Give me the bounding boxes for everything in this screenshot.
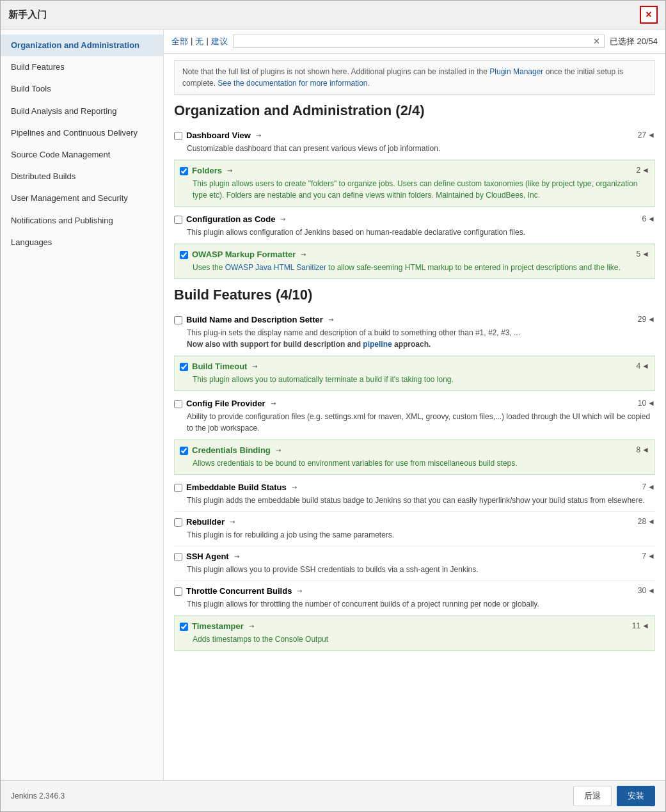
search-box: ✕ bbox=[233, 35, 605, 48]
plugin-owasp-markup: OWASP Markup Formatter ↗ 5 ◄ Uses the OW… bbox=[174, 244, 655, 279]
main-window: 新手入门 × Organization and Administration B… bbox=[0, 0, 666, 812]
plugin-count-dashboard-view: 27 ◄ bbox=[638, 131, 655, 139]
notice-box: Note that the full list of plugins is no… bbox=[174, 60, 655, 95]
sidebar-item-build-features[interactable]: Build Features bbox=[1, 56, 163, 78]
plugin-count-config-as-code: 6 ◄ bbox=[642, 214, 655, 223]
plugin-name-config-file-provider: Config File Provider bbox=[186, 399, 266, 408]
checkbox-throttle-concurrent[interactable] bbox=[174, 587, 182, 596]
plugin-count-ssh-agent: 7 ◄ bbox=[642, 552, 655, 561]
plugin-dashboard-view: Dashboard View ↗ 27 ◄ Customizable dashb… bbox=[174, 125, 655, 160]
filter-none[interactable]: 无 bbox=[195, 36, 203, 47]
checkbox-config-file-provider[interactable] bbox=[174, 400, 182, 408]
checkbox-embeddable-build-status[interactable] bbox=[174, 484, 182, 492]
checkbox-owasp-markup[interactable] bbox=[180, 251, 188, 259]
plugin-rebuilder: Rebuilder ↗ 28 ◄ This plugin is for rebu… bbox=[174, 512, 655, 546]
plugin-desc-credentials-binding: Allows credentials to be bound to enviro… bbox=[193, 458, 649, 469]
plugin-name-build-timeout: Build Timeout bbox=[192, 362, 247, 371]
plugin-build-name-setter: Build Name and Description Setter ↗ 29 ◄… bbox=[174, 310, 655, 356]
checkbox-config-as-code[interactable] bbox=[174, 216, 182, 224]
plugin-name-timestamper: Timestamper bbox=[192, 621, 244, 631]
plugin-name-config-as-code: Configuration as Code bbox=[186, 214, 275, 224]
search-clear-icon[interactable]: ✕ bbox=[593, 36, 600, 46]
sidebar-item-notifications[interactable]: Notifications and Publishing bbox=[1, 210, 163, 232]
filter-links: 全部 | 无 | 建议 bbox=[171, 36, 228, 47]
plugin-name-build-name-setter: Build Name and Description Setter bbox=[186, 315, 323, 324]
version-label: Jenkins 2.346.3 bbox=[11, 792, 65, 800]
plugin-name-embeddable-build-status: Embeddable Build Status bbox=[186, 482, 287, 492]
plugin-ssh-agent: SSH Agent ↗ 7 ◄ This plugin allows you t… bbox=[174, 546, 655, 581]
plugin-desc-build-timeout: This plugin allows you to automatically … bbox=[193, 374, 649, 385]
sidebar-item-build-tools[interactable]: Build Tools bbox=[1, 78, 163, 100]
external-link-icon-ssh-agent[interactable]: ↗ bbox=[232, 552, 241, 561]
plugin-count-rebuilder: 28 ◄ bbox=[638, 517, 655, 526]
plugin-name-credentials-binding: Credentials Binding bbox=[192, 445, 271, 455]
plugin-folders: Folders ↗ 2 ◄ This plugin allows users t… bbox=[174, 160, 655, 207]
window-title: 新手入门 bbox=[8, 9, 47, 21]
plugin-credentials-binding: Credentials Binding ↗ 8 ◄ Allows credent… bbox=[174, 440, 655, 475]
external-link-icon-build-name-setter[interactable]: ↗ bbox=[326, 315, 335, 324]
footer-buttons: 后退 安装 bbox=[573, 786, 655, 806]
plugin-config-as-code: Configuration as Code ↗ 6 ◄ This plugin … bbox=[174, 209, 655, 244]
external-link-icon-config-as-code[interactable]: ↗ bbox=[279, 215, 287, 223]
checkbox-folders[interactable] bbox=[180, 167, 188, 175]
sidebar-item-build-analysis[interactable]: Build Analysis and Reporting bbox=[1, 100, 163, 122]
selected-count: 已选择 20/54 bbox=[610, 36, 658, 47]
plugin-name-dashboard-view: Dashboard View bbox=[186, 131, 251, 140]
external-link-icon-owasp-markup[interactable]: ↗ bbox=[299, 250, 308, 259]
external-link-icon-build-timeout[interactable]: ↗ bbox=[251, 362, 259, 370]
external-link-icon-folders[interactable]: ↗ bbox=[225, 166, 234, 175]
owasp-sanitizer-link[interactable]: OWASP Java HTML Sanitizer bbox=[225, 263, 326, 272]
checkbox-ssh-agent[interactable] bbox=[174, 553, 182, 561]
plugin-desc-folders: This plugin allows users to create "fold… bbox=[193, 178, 649, 201]
plugin-count-config-file-provider: 10 ◄ bbox=[638, 399, 655, 408]
external-link-icon-credentials-binding[interactable]: ↗ bbox=[274, 446, 282, 454]
search-input[interactable] bbox=[237, 37, 593, 46]
checkbox-dashboard-view[interactable] bbox=[174, 132, 182, 140]
plugin-name-throttle-concurrent: Throttle Concurrent Builds bbox=[186, 586, 292, 596]
plugin-desc-embeddable-build-status: This plugin adds the embeddable build st… bbox=[187, 495, 655, 506]
external-link-icon-config-file-provider[interactable]: ↗ bbox=[269, 399, 277, 408]
plugin-config-file-provider: Config File Provider ↗ 10 ◄ Ability to p… bbox=[174, 394, 655, 440]
filter-suggestion[interactable]: 建议 bbox=[211, 36, 228, 47]
external-link-icon-rebuilder[interactable]: ↗ bbox=[228, 518, 236, 526]
sidebar-item-distributed[interactable]: Distributed Builds bbox=[1, 166, 163, 187]
plugin-count-throttle-concurrent: 30 ◄ bbox=[638, 586, 655, 595]
plugin-count-folders: 2 ◄ bbox=[636, 166, 649, 175]
checkbox-credentials-binding[interactable] bbox=[180, 447, 188, 455]
close-button[interactable]: × bbox=[640, 6, 658, 24]
sidebar-item-pipelines[interactable]: Pipelines and Continuous Delivery bbox=[1, 122, 163, 144]
install-button[interactable]: 安装 bbox=[617, 786, 655, 806]
plugin-desc-rebuilder: This plugin is for rebuilding a job usin… bbox=[187, 529, 655, 541]
plugin-count-owasp-markup: 5 ◄ bbox=[636, 250, 649, 259]
external-link-icon-throttle-concurrent[interactable]: ↗ bbox=[296, 587, 304, 595]
plugin-desc-config-file-provider: Ability to provide configuration files (… bbox=[187, 411, 655, 434]
doc-link[interactable]: See the documentation for more informati… bbox=[218, 79, 369, 88]
footer: Jenkins 2.346.3 后退 安装 bbox=[1, 780, 665, 811]
plugin-manager-link[interactable]: Plugin Manager bbox=[489, 67, 543, 76]
toolbar: 全部 | 无 | 建议 ✕ 已选择 20/54 bbox=[164, 29, 665, 54]
sidebar-item-languages[interactable]: Languages bbox=[1, 232, 163, 253]
checkbox-rebuilder[interactable] bbox=[174, 518, 182, 527]
plugin-desc-throttle-concurrent: This plugin allows for throttling the nu… bbox=[187, 598, 655, 610]
plugin-count-timestamper: 11 ◄ bbox=[632, 621, 649, 630]
pipeline-link[interactable]: pipeline bbox=[363, 340, 392, 349]
plugin-name-rebuilder: Rebuilder bbox=[186, 517, 225, 527]
sidebar-item-source-code[interactable]: Source Code Management bbox=[1, 144, 163, 166]
checkbox-timestamper[interactable] bbox=[180, 623, 188, 631]
external-link-icon-embeddable-build-status[interactable]: ↗ bbox=[290, 483, 298, 491]
back-button[interactable]: 后退 bbox=[573, 786, 612, 806]
title-bar: 新手入门 × bbox=[1, 1, 665, 29]
plugin-count-build-timeout: 4 ◄ bbox=[636, 362, 649, 370]
filter-all[interactable]: 全部 bbox=[171, 36, 188, 47]
plugin-throttle-concurrent: Throttle Concurrent Builds ↗ 30 ◄ This p… bbox=[174, 581, 655, 616]
sidebar-item-user-mgmt[interactable]: User Management and Security bbox=[1, 187, 163, 209]
external-link-icon-timestamper[interactable]: ↗ bbox=[247, 622, 255, 630]
plugin-desc-ssh-agent: This plugin allows you to provide SSH cr… bbox=[187, 564, 655, 575]
scroll-content: Note that the full list of plugins is no… bbox=[164, 54, 665, 780]
plugin-count-embeddable-build-status: 7 ◄ bbox=[642, 482, 655, 491]
checkbox-build-timeout[interactable] bbox=[180, 363, 188, 371]
external-link-icon-dashboard-view[interactable]: ↗ bbox=[254, 131, 262, 139]
plugin-desc-dashboard-view: Customizable dashboard that can present … bbox=[187, 143, 655, 154]
sidebar-item-org-admin[interactable]: Organization and Administration bbox=[1, 35, 163, 56]
checkbox-build-name-setter[interactable] bbox=[174, 316, 182, 324]
